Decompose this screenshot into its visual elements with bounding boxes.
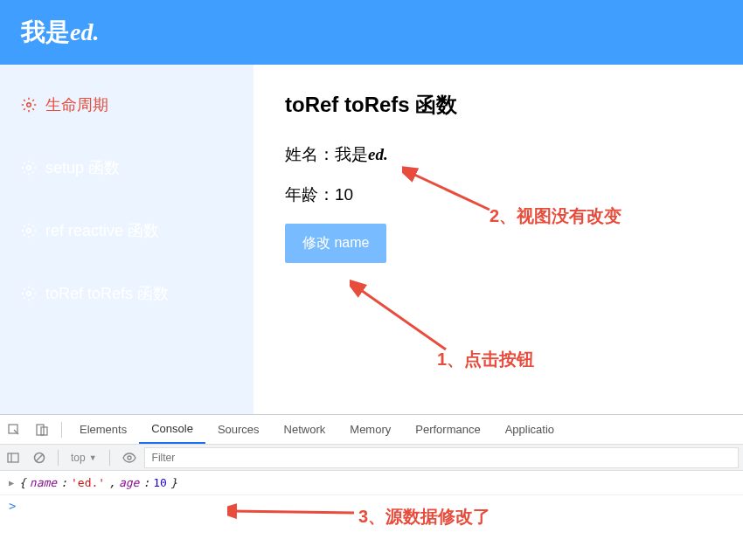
separator bbox=[58, 450, 59, 466]
svg-point-0 bbox=[27, 103, 31, 107]
app-header: 我是ed. bbox=[0, 0, 743, 65]
sidebar-item-toref[interactable]: toRef toRefs 函数 bbox=[0, 262, 253, 325]
separator bbox=[61, 422, 62, 438]
sidebar-item-label: 生命周期 bbox=[45, 94, 108, 115]
name-prefix: 我是 bbox=[335, 145, 368, 163]
svg-point-14 bbox=[128, 456, 131, 460]
page-heading: toRef toRefs 函数 bbox=[285, 91, 712, 119]
gear-icon bbox=[21, 97, 37, 113]
sidebar-item-setup[interactable]: setup 函数 bbox=[0, 136, 253, 199]
console-line[interactable]: ▶ {name: 'ed.', age: 10} bbox=[9, 476, 734, 489]
age-label: 年龄： bbox=[285, 185, 335, 204]
console-toolbar: top ▼ bbox=[0, 445, 743, 471]
sidebar: 生命周期 setup 函数 ref reactive 函数 toRef toRe… bbox=[0, 65, 253, 414]
tab-console[interactable]: Console bbox=[139, 415, 205, 444]
sidebar-item-lifecycle[interactable]: 生命周期 bbox=[0, 73, 253, 136]
annotation-1: 1、点击按钮 bbox=[437, 348, 534, 371]
expand-triangle-icon[interactable]: ▶ bbox=[9, 478, 14, 487]
sidebar-toggle-icon[interactable] bbox=[0, 452, 26, 464]
header-title-prefix: 我是 bbox=[21, 18, 70, 45]
svg-point-3 bbox=[27, 292, 31, 296]
sidebar-item-label: setup 函数 bbox=[45, 157, 120, 178]
age-row: 年龄：10 bbox=[285, 183, 712, 206]
svg-rect-8 bbox=[37, 425, 44, 435]
sidebar-item-ref-reactive[interactable]: ref reactive 函数 bbox=[0, 199, 253, 262]
annotation-3: 3、源数据修改了 bbox=[358, 505, 490, 529]
name-row: 姓名：我是ed. bbox=[285, 143, 712, 166]
tab-network[interactable]: Network bbox=[272, 415, 338, 444]
svg-point-2 bbox=[27, 229, 31, 233]
tab-sources[interactable]: Sources bbox=[205, 415, 272, 444]
filter-input[interactable] bbox=[145, 448, 738, 467]
separator bbox=[109, 450, 110, 466]
svg-rect-10 bbox=[8, 453, 18, 462]
inspect-icon[interactable] bbox=[0, 423, 28, 437]
clear-console-icon[interactable] bbox=[26, 452, 52, 464]
tab-elements[interactable]: Elements bbox=[67, 415, 139, 444]
gear-icon bbox=[21, 160, 37, 176]
eye-icon[interactable] bbox=[115, 452, 143, 464]
modify-name-button[interactable]: 修改 name bbox=[285, 224, 386, 263]
tab-memory[interactable]: Memory bbox=[337, 415, 403, 444]
gear-icon bbox=[21, 286, 37, 301]
svg-point-1 bbox=[27, 166, 31, 170]
sidebar-item-label: ref reactive 函数 bbox=[45, 220, 159, 241]
devtools-panel: Elements Console Sources Network Memory … bbox=[0, 414, 743, 516]
gear-icon bbox=[21, 223, 37, 239]
svg-line-13 bbox=[36, 454, 43, 461]
annotation-2: 2、视图没有改变 bbox=[490, 204, 621, 228]
devtools-tabs: Elements Console Sources Network Memory … bbox=[0, 415, 743, 445]
tab-application[interactable]: Applicatio bbox=[493, 415, 566, 444]
context-selector[interactable]: top ▼ bbox=[64, 452, 104, 464]
tab-performance[interactable]: Performance bbox=[403, 415, 492, 444]
console-output: ▶ {name: 'ed.', age: 10} bbox=[0, 471, 743, 494]
sidebar-item-label: toRef toRefs 函数 bbox=[45, 283, 169, 304]
age-value: 10 bbox=[335, 185, 353, 204]
name-italic: ed. bbox=[368, 145, 388, 163]
header-title-italic: ed. bbox=[70, 18, 99, 45]
device-icon[interactable] bbox=[28, 423, 56, 437]
name-label: 姓名： bbox=[285, 145, 335, 163]
